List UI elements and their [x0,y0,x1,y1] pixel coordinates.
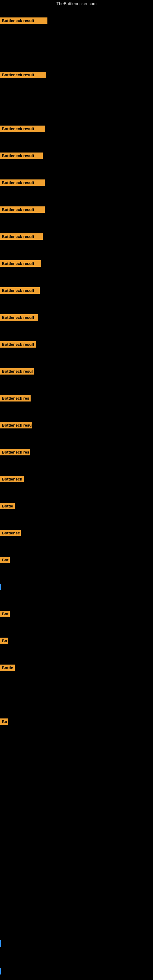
bottleneck-label: Bottleneck result [0,260,41,267]
blue-line-indicator [0,968,1,975]
bottleneck-row: Bo [0,638,8,645]
bottleneck-row: Bottleneck resul [0,368,33,376]
bottleneck-label: Bottleneck result [0,341,36,348]
bottleneck-label: Bottleneck resu [0,422,32,428]
bottleneck-label: Bottleneck result [0,287,40,294]
bottleneck-row: Bottlenec [0,530,21,538]
bottleneck-row: Bottleneck result [0,18,48,25]
bottleneck-label: Bottleneck [0,476,24,482]
bottleneck-row: Bottleneck result [0,207,45,214]
bottleneck-label: Bo [0,638,8,644]
site-title: TheBottlenecker.com [0,0,153,7]
bottleneck-row: Bottle [0,503,15,511]
bottleneck-row: Bottleneck result [0,341,36,349]
bottleneck-row: Bo [0,719,8,726]
bottleneck-row: Bottleneck result [0,287,40,295]
bottleneck-label: Bottleneck result [0,314,38,321]
bottleneck-row: Bottleneck result [0,153,43,160]
bottleneck-row: Bottleneck result [0,314,38,322]
bottleneck-label: Bottleneck result [0,207,45,213]
bottleneck-label: Bottleneck result [0,153,43,159]
bottleneck-label: Bottlenec [0,530,21,536]
bottleneck-row: Bottleneck result [0,233,43,241]
bottleneck-label: Bottle [0,665,15,671]
bottleneck-label: Bo [0,719,8,725]
bottleneck-label: Bottleneck res [0,395,30,401]
bottleneck-label: Bottleneck result [0,18,48,24]
bottleneck-row: Bottleneck result [0,72,46,79]
bottleneck-label: Bottleneck res [0,449,30,455]
bottleneck-row: Bot [0,611,10,618]
blue-line-indicator [0,584,1,590]
bottleneck-label: Bot [0,557,10,563]
bottleneck-label: Bottleneck result [0,233,43,240]
bottleneck-label: Bottleneck result [0,180,45,186]
bottleneck-row: Bottleneck res [0,449,30,457]
bottleneck-row: Bottleneck result [0,260,41,268]
bottleneck-row: Bottleneck res [0,395,30,403]
bottleneck-row: Bottleneck result [0,126,45,133]
bottleneck-label: Bottleneck result [0,126,45,132]
bottleneck-label: Bottle [0,503,15,509]
bottleneck-label: Bottleneck resul [0,368,33,375]
bottleneck-label: Bot [0,611,10,617]
bottleneck-row: Bottleneck resu [0,422,32,430]
bottleneck-row: Bot [0,557,10,565]
bottleneck-row: Bottleneck [0,476,24,484]
bottleneck-row: Bottle [0,665,15,672]
bottleneck-label: Bottleneck result [0,72,46,78]
blue-line-indicator [0,940,1,947]
bottleneck-row: Bottleneck result [0,180,45,187]
